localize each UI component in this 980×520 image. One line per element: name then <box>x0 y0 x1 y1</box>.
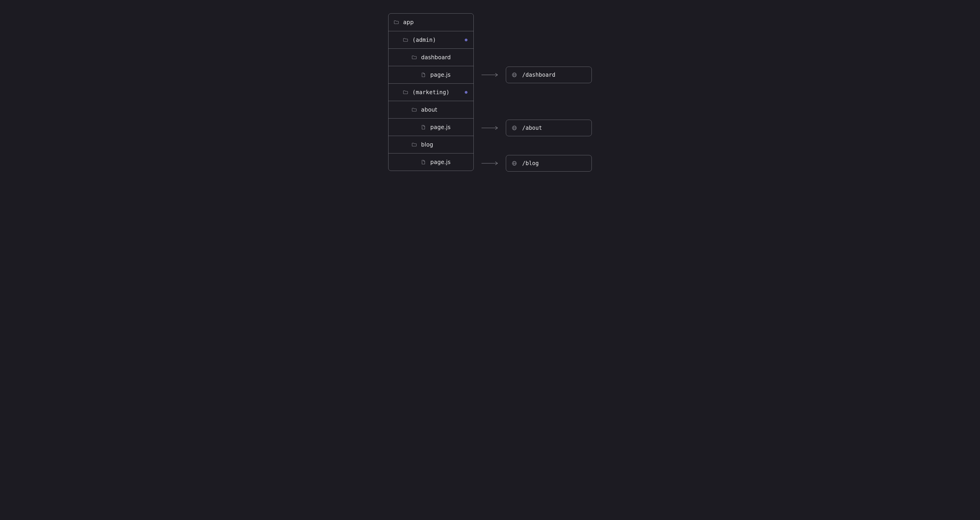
tree-label: page.js <box>430 159 450 165</box>
tree-label: (marketing) <box>412 89 450 95</box>
url-box: /about <box>506 120 592 136</box>
tree-row-page-js: page.js <box>388 66 474 83</box>
file-tree: app (admin) dashboard page.js (market <box>388 13 474 171</box>
url-text: /dashboard <box>522 72 555 78</box>
tree-row-dashboard: dashboard <box>388 48 474 66</box>
tree-label: (admin) <box>412 37 436 43</box>
tree-row-marketing-group: (marketing) <box>388 83 474 101</box>
url-mapping-row: /about <box>474 119 592 137</box>
tree-row-page-js: page.js <box>388 153 474 171</box>
globe-icon <box>512 72 517 78</box>
tree-label: blog <box>421 142 433 148</box>
arrow-right-icon <box>481 126 498 130</box>
url-box: /dashboard <box>506 67 592 83</box>
folder-icon <box>411 55 417 60</box>
folder-icon <box>411 142 417 148</box>
folder-icon <box>393 19 399 25</box>
diagram-canvas: app (admin) dashboard page.js (market <box>0 0 980 185</box>
group-dot-icon <box>465 91 468 94</box>
url-text: /about <box>522 125 542 131</box>
globe-icon <box>512 161 517 166</box>
tree-row-about: about <box>388 101 474 118</box>
file-icon <box>421 159 426 165</box>
file-icon <box>421 124 426 130</box>
group-dot-icon <box>465 38 468 41</box>
tree-row-blog: blog <box>388 136 474 153</box>
url-mapping-column: /dashboard /about /blog <box>474 13 592 172</box>
folder-icon <box>403 89 408 95</box>
url-box: /blog <box>506 155 592 172</box>
arrow-right-icon <box>481 73 498 77</box>
globe-icon <box>512 125 517 131</box>
url-text: /blog <box>522 160 539 167</box>
tree-row-page-js: page.js <box>388 118 474 136</box>
arrow-right-icon <box>481 161 498 165</box>
url-mapping-row: /blog <box>474 154 592 172</box>
tree-label: app <box>403 19 414 25</box>
file-icon <box>421 72 426 78</box>
tree-label: page.js <box>430 72 450 78</box>
tree-label: page.js <box>430 124 450 130</box>
folder-icon <box>411 107 417 113</box>
tree-label: dashboard <box>421 54 451 60</box>
url-mapping-row: /dashboard <box>474 66 592 84</box>
tree-label: about <box>421 107 437 113</box>
folder-icon <box>403 37 408 43</box>
tree-row-app: app <box>388 14 474 31</box>
tree-row-admin-group: (admin) <box>388 31 474 48</box>
